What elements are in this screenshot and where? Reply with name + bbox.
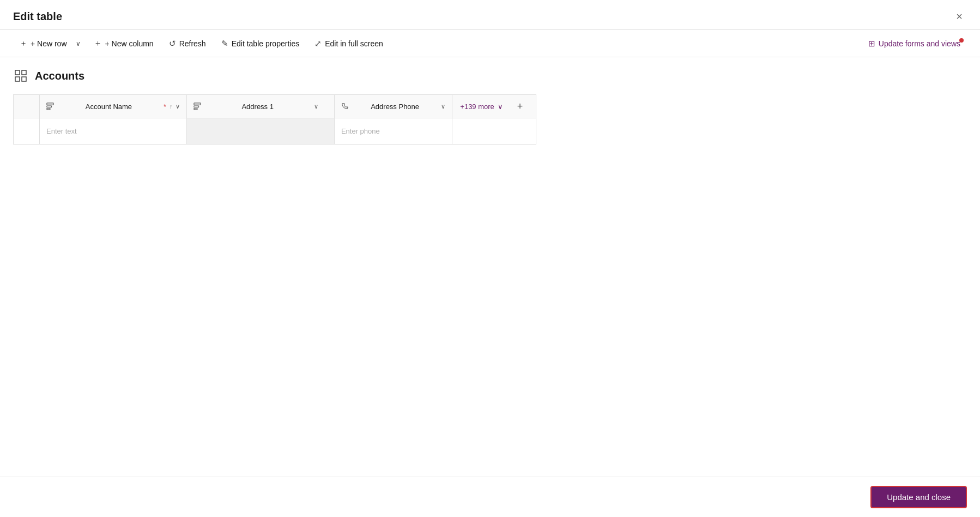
account-name-chevron-icon[interactable]: ∨: [176, 103, 180, 110]
edit-fullscreen-button[interactable]: ⤢ Edit in full screen: [308, 35, 390, 52]
notification-dot: [959, 38, 964, 43]
plus-icon: ＋: [20, 39, 27, 49]
address-phone-chevron-icon[interactable]: ∨: [441, 103, 445, 110]
account-name-cell[interactable]: Enter text: [40, 118, 187, 145]
svg-rect-6: [47, 109, 50, 110]
table-name: Accounts: [35, 70, 84, 82]
update-and-close-button[interactable]: Update and close: [870, 486, 967, 508]
more-cols-cell: [452, 118, 536, 145]
table-header-row: Account Name * ↑ ∨: [14, 95, 536, 118]
table-grid-icon: [13, 68, 28, 83]
svg-rect-8: [194, 106, 199, 107]
more-columns-label: +139 more: [460, 103, 494, 111]
row-selector-header: [14, 95, 40, 118]
more-columns-button[interactable]: +139 more ∨: [452, 98, 511, 115]
address1-value: [187, 126, 334, 137]
more-columns-header: +139 more ∨ +: [452, 95, 536, 118]
refresh-icon: ↺: [169, 39, 176, 49]
account-name-sort-asc-icon[interactable]: ↑: [170, 103, 173, 110]
add-column-button[interactable]: +: [511, 97, 530, 117]
new-row-label: + New row: [31, 39, 67, 48]
address-phone-column-header[interactable]: Address Phone ∨: [334, 95, 452, 118]
edit-properties-icon: ✎: [221, 39, 228, 49]
table-title-row: Accounts: [13, 68, 967, 83]
dialog-footer: Update and close: [0, 477, 980, 517]
data-table: Account Name * ↑ ∨: [13, 94, 536, 145]
svg-rect-4: [47, 103, 53, 105]
edit-fullscreen-label: Edit in full screen: [325, 39, 383, 48]
edit-table-properties-label: Edit table properties: [232, 39, 300, 48]
update-forms-icon: ⊞: [868, 39, 875, 49]
account-name-col-icon: [46, 103, 54, 110]
new-row-group: ＋ + New row ∨: [13, 35, 85, 52]
refresh-button[interactable]: ↺ Refresh: [162, 35, 213, 52]
account-name-placeholder: Enter text: [40, 122, 186, 141]
refresh-label: Refresh: [179, 39, 206, 48]
content-area: Accounts: [0, 57, 980, 477]
edit-table-properties-button[interactable]: ✎ Edit table properties: [215, 35, 306, 52]
update-forms-button[interactable]: ⊞ Update forms and views: [862, 35, 967, 52]
new-row-dropdown-button[interactable]: ∨: [71, 36, 85, 51]
edit-table-dialog: Edit table × ＋ + New row ∨ ＋ + New colum…: [0, 0, 980, 517]
address-phone-col-icon: [341, 103, 349, 110]
address-phone-placeholder: Enter phone: [335, 122, 452, 141]
svg-rect-3: [22, 77, 26, 81]
account-name-required-indicator: *: [164, 103, 166, 111]
dialog-header: Edit table ×: [0, 0, 980, 30]
address-phone-cell[interactable]: Enter phone: [334, 118, 452, 145]
new-column-label: + New column: [105, 39, 154, 48]
update-forms-label: Update forms and views: [879, 39, 960, 48]
new-row-button[interactable]: ＋ + New row: [13, 35, 71, 52]
svg-rect-9: [194, 109, 197, 110]
table-row: Enter text Enter phone: [14, 118, 536, 145]
row-selector-cell: [14, 118, 40, 145]
address1-col-label: Address 1: [204, 103, 310, 111]
svg-rect-0: [15, 70, 20, 75]
address1-chevron-icon[interactable]: ∨: [314, 103, 318, 110]
new-column-icon: ＋: [94, 38, 102, 49]
close-button[interactable]: ×: [952, 9, 967, 24]
more-columns-chevron-icon: ∨: [498, 103, 503, 111]
fullscreen-icon: ⤢: [314, 39, 322, 49]
add-column-icon: +: [517, 101, 523, 112]
toolbar: ＋ + New row ∨ ＋ + New column ↺ Refresh ✎…: [0, 30, 980, 57]
svg-rect-2: [15, 77, 20, 81]
svg-rect-7: [194, 103, 201, 105]
address1-column-header[interactable]: Address 1 ∨ ✎: [187, 95, 334, 118]
new-column-button[interactable]: ＋ + New column: [87, 34, 160, 52]
dialog-title: Edit table: [13, 10, 62, 23]
chevron-down-icon: ∨: [76, 40, 81, 47]
account-name-col-label: Account Name: [57, 103, 160, 111]
toolbar-right: ⊞ Update forms and views: [862, 35, 967, 52]
address-phone-col-label: Address Phone: [352, 103, 438, 111]
svg-rect-1: [22, 70, 26, 75]
account-name-column-header[interactable]: Account Name * ↑ ∨: [40, 95, 187, 118]
address1-col-icon: [193, 103, 201, 110]
address1-cell[interactable]: [187, 118, 334, 145]
svg-rect-5: [47, 106, 52, 107]
